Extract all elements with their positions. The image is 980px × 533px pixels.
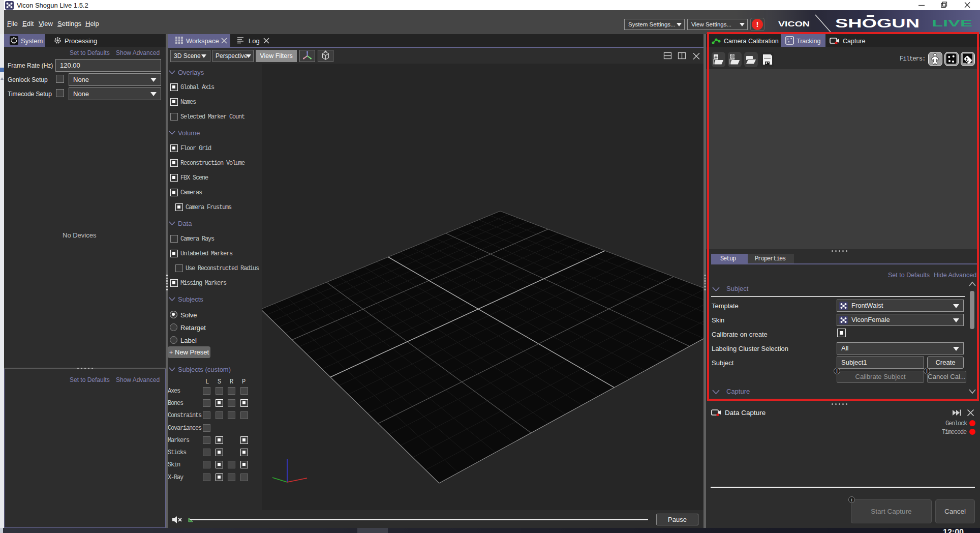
svg-text:SHOGUN: SHOGUN [835, 16, 920, 29]
svg-text:LIVE: LIVE [932, 18, 972, 28]
svg-text:VICON: VICON [778, 19, 810, 28]
